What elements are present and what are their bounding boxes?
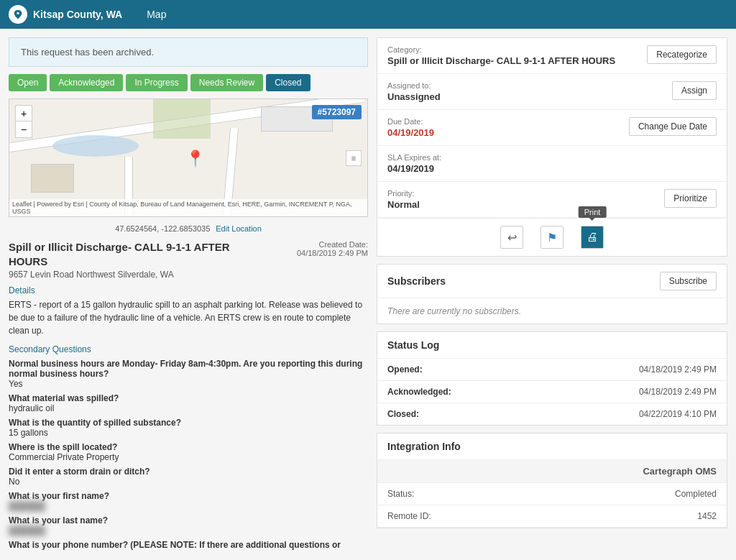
map-id-badge: #5723097	[312, 105, 362, 119]
action-icons-row: ↩ ⚑ Print 🖨	[377, 218, 727, 256]
map-zoom-controls: + −	[15, 105, 32, 138]
assign-button[interactable]: Assign	[672, 81, 717, 100]
tab-closed[interactable]: Closed	[266, 74, 310, 91]
due-date-row: Due Date: 04/19/2019 Change Due Date	[377, 110, 727, 146]
map-coords-row: 47.6524564, -122.6853035 Edit Location	[9, 224, 368, 233]
share-icon-button[interactable]: ↩	[500, 226, 523, 249]
assigned-row: Assigned to: Unassigned Assign	[377, 74, 727, 110]
integration-remote-id-row: Remote ID: 1452	[377, 505, 727, 528]
status-log-closed-value: 04/22/2019 4:10 PM	[538, 403, 727, 426]
qa-answer-5: ██████	[9, 501, 368, 511]
integration-info-card: Integration Info Cartegraph OMS Status: …	[377, 433, 727, 528]
request-header: Spill or Illicit Discharge- CALL 9-1-1 A…	[9, 240, 368, 280]
subscribers-body: There are currently no subscribers.	[377, 298, 727, 323]
status-tabs: Open Acknowledged In Progress Needs Revi…	[9, 74, 368, 91]
priority-row: Priority: Normal Prioritize	[377, 182, 727, 218]
status-log-title: Status Log	[387, 339, 439, 351]
print-icon-button[interactable]: Print 🖨	[581, 226, 604, 249]
map-pin: 📍	[185, 150, 205, 168]
archive-banner: This request has been archived.	[9, 37, 368, 67]
integration-info-header: Integration Info	[377, 433, 727, 460]
qa-question-5: What is your first name?	[9, 491, 368, 501]
request-address: 9657 Levin Road Northwest Silverdale, WA	[9, 270, 267, 280]
status-log-header: Status Log	[377, 332, 727, 359]
qa-item-0: Normal business hours are Monday- Friday…	[9, 359, 368, 389]
assigned-label: Assigned to:	[387, 81, 441, 90]
org-name: Kitsap County, WA	[33, 9, 122, 20]
request-created-label: Created Date:	[267, 240, 368, 249]
integration-status-label: Status:	[377, 483, 555, 505]
info-card: Category: Spill or Illicit Discharge- CA…	[377, 37, 727, 257]
integration-table: Cartegraph OMS Status: Completed Remote …	[377, 460, 727, 528]
qa-question-2: What is the quantity of spilled substanc…	[9, 418, 368, 428]
category-label: Category:	[387, 45, 615, 54]
qa-question-4: Did it enter a storm drain or ditch?	[9, 467, 368, 477]
status-log-closed-label: Closed:	[377, 403, 538, 426]
subscribers-header: Subscribers Subscribe	[377, 265, 727, 298]
print-tooltip: Print	[579, 206, 607, 218]
status-log-row-closed: Closed: 04/22/2019 4:10 PM	[377, 403, 727, 426]
subscribe-button[interactable]: Subscribe	[660, 272, 717, 290]
right-panel: Category: Spill or Illicit Discharge- CA…	[377, 37, 727, 550]
priority-value: Normal	[387, 199, 420, 210]
integration-status-row: Status: Completed	[377, 483, 727, 505]
qa-answer-3: Commercial Private Property	[9, 452, 368, 462]
qa-item-3: Where is the spill located? Commercial P…	[9, 442, 368, 462]
change-due-date-button[interactable]: Change Due Date	[629, 117, 717, 136]
archive-message: This request has been archived.	[21, 47, 154, 58]
due-date-value: 04/19/2019	[387, 127, 434, 138]
main-layout: This request has been archived. Open Ack…	[0, 29, 736, 559]
recategorize-button[interactable]: Recategorize	[647, 45, 717, 64]
status-log-card: Status Log Opened: 04/18/2019 2:49 PM Ac…	[377, 331, 727, 426]
edit-location-link[interactable]: Edit Location	[216, 224, 262, 233]
zoom-out-button[interactable]: −	[16, 121, 32, 137]
print-icon: 🖨	[586, 231, 598, 244]
map-coordinates: 47.6524564, -122.6853035	[115, 224, 210, 233]
status-log-acknowledged-label: Acknowledged:	[377, 381, 538, 403]
status-log-row-opened: Opened: 04/18/2019 2:49 PM	[377, 359, 727, 381]
flag-icon-button[interactable]: ⚑	[540, 226, 564, 249]
qa-item-4: Did it enter a storm drain or ditch? No	[9, 467, 368, 487]
integration-system-name: Cartegraph OMS	[377, 460, 727, 483]
integration-info-title: Integration Info	[387, 441, 461, 452]
tab-acknowledged[interactable]: Acknowledged	[50, 74, 123, 91]
nav-map[interactable]: Map	[137, 0, 199, 29]
map-attribution: Leaflet | Powered by Esri | County of Ki…	[9, 199, 367, 216]
prioritize-button[interactable]: Prioritize	[664, 189, 717, 208]
map-scroll-icon[interactable]: ≡	[346, 150, 362, 166]
qa-item-7: What is your phone number? (PLEASE NOTE:…	[9, 540, 368, 550]
qa-answer-2: 15 gallons	[9, 428, 368, 438]
zoom-in-button[interactable]: +	[16, 106, 32, 121]
org-logo: Kitsap County, WA	[9, 5, 122, 24]
request-created-date: 04/18/2019 2:49 PM	[267, 249, 368, 257]
qa-answer-6: ██████	[9, 525, 368, 536]
integration-remote-id-value: 1452	[555, 505, 727, 528]
integration-status-value: Completed	[555, 483, 727, 505]
integration-system-row: Cartegraph OMS	[377, 460, 727, 483]
tab-open[interactable]: Open	[9, 74, 47, 91]
qa-item-5: What is your first name? ██████	[9, 491, 368, 511]
assigned-value: Unassigned	[387, 91, 441, 102]
request-info: Spill or Illicit Discharge- CALL 9-1-1 A…	[9, 240, 368, 550]
qa-answer-1: hydraulic oil	[9, 403, 368, 413]
subscribers-card: Subscribers Subscribe There are currentl…	[377, 264, 727, 324]
sla-value: 04/19/2019	[387, 163, 441, 174]
qa-answer-0: Yes	[9, 379, 368, 389]
tab-inprogress[interactable]: In Progress	[126, 74, 187, 91]
qa-item-1: What material was spilled? hydraulic oil	[9, 393, 368, 413]
priority-label: Priority:	[387, 189, 420, 198]
status-log-row-acknowledged: Acknowledged: 04/18/2019 2:49 PM	[377, 381, 727, 403]
sla-row: SLA Expires at: 04/19/2019	[377, 146, 727, 182]
category-row: Category: Spill or Illicit Discharge- CA…	[377, 38, 727, 74]
qa-question-3: Where is the spill located?	[9, 442, 368, 452]
details-text: ERTS - report of a 15 gallon hydraulic s…	[9, 298, 368, 337]
header: Kitsap County, WA Requests Map Reports	[0, 0, 736, 29]
subscribers-title: Subscribers	[387, 275, 446, 287]
details-label: Details	[9, 285, 368, 295]
qa-answer-4: No	[9, 477, 368, 487]
qa-item-2: What is the quantity of spilled substanc…	[9, 418, 368, 438]
tab-needsreview[interactable]: Needs Review	[190, 74, 263, 91]
qa-list: Normal business hours are Monday- Friday…	[9, 359, 368, 550]
status-log-opened-label: Opened:	[377, 359, 538, 381]
no-subscribers-message: There are currently no subscribers.	[387, 306, 521, 316]
